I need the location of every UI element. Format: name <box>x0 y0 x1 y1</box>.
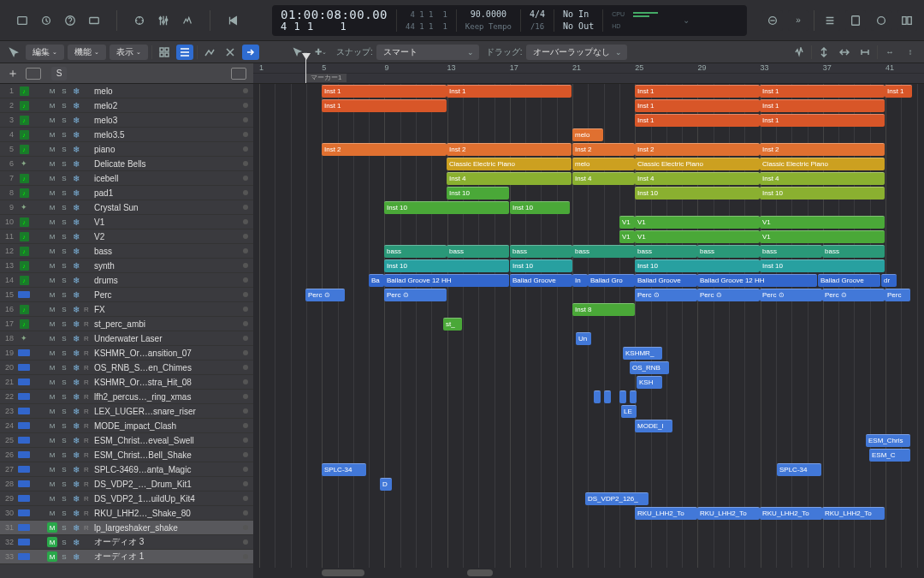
duplicate-track-icon[interactable] <box>26 68 41 80</box>
record-enable[interactable]: R <box>82 320 91 328</box>
solo-button[interactable]: S <box>59 231 69 241</box>
mute-button[interactable]: M <box>47 188 57 198</box>
solo-button[interactable]: S <box>59 188 69 198</box>
track-name[interactable]: DS_VDP2_1…uildUp_Kit4 <box>91 494 243 504</box>
freeze-icon[interactable]: ❄ <box>73 349 80 358</box>
region[interactable]: MODE_I <box>635 420 672 432</box>
region[interactable]: Classic Electric Piano <box>635 158 760 170</box>
track-row[interactable]: 15 M S ❄ Perc <box>0 288 253 302</box>
solo-button[interactable]: S <box>59 100 69 110</box>
mute-button[interactable]: M <box>47 289 57 300</box>
track-name[interactable]: lp_largeshaker_shake <box>91 523 243 533</box>
region[interactable]: Inst 10 <box>384 259 509 272</box>
region[interactable]: bass <box>384 245 447 258</box>
track-row[interactable]: 11 ♪ M S ❄ V2 <box>0 229 253 244</box>
region[interactable]: KSH <box>637 376 662 389</box>
mute-button[interactable]: M <box>47 231 57 241</box>
region[interactable]: Un <box>576 332 591 345</box>
region[interactable]: Inst 1 <box>885 85 912 98</box>
solo-button[interactable]: S <box>59 115 69 125</box>
horizontal-scrollbar[interactable] <box>253 568 924 578</box>
track-row[interactable]: 24 M S ❄ R MODE_impact_Clash <box>0 419 253 433</box>
solo-button[interactable]: S <box>59 348 69 358</box>
freeze-icon[interactable]: ❄ <box>73 552 80 562</box>
region[interactable]: Perc ⊙ <box>760 289 822 301</box>
solo-button[interactable]: S <box>59 86 69 96</box>
region[interactable]: Inst 10 <box>760 187 885 200</box>
solo-button[interactable]: S <box>59 173 69 183</box>
mute-button[interactable]: M <box>47 479 57 489</box>
track-name[interactable]: ESM_Christ…Bell_Shake <box>91 450 243 460</box>
track-row[interactable]: 12 ♪ M S ❄ bass <box>0 244 253 259</box>
track-row[interactable]: 21 M S ❄ R KSHMR_Or…stra_Hit_08 <box>0 375 253 390</box>
track-row[interactable]: 26 M S ❄ R ESM_Christ…Bell_Shake <box>0 448 253 462</box>
inspector-icon[interactable] <box>36 10 56 31</box>
solo-button[interactable]: S <box>59 260 69 271</box>
mute-button[interactable]: M <box>47 115 57 125</box>
solo-button[interactable]: S <box>59 158 69 169</box>
track-row[interactable]: 30 M S ❄ R RKU_LHH2…_Shake_80 <box>0 506 253 521</box>
region[interactable]: Inst 1 <box>635 99 760 112</box>
region[interactable]: SPLC-34 <box>322 463 366 476</box>
record-enable[interactable]: R <box>82 306 91 313</box>
notes-icon[interactable] <box>845 10 866 31</box>
region[interactable]: Classic Electric Piano <box>447 158 572 170</box>
freeze-icon[interactable]: ❄ <box>73 421 80 431</box>
track-name[interactable]: KSHMR_Or…stra_Hit_08 <box>91 378 243 387</box>
freeze-icon[interactable]: ❄ <box>73 407 80 416</box>
lcd-in[interactable]: No In <box>563 9 594 21</box>
track-row[interactable]: 19 M S ❄ R KSHMR_Or…ansition_07 <box>0 346 253 361</box>
region[interactable]: Ballad Gro <box>588 274 635 287</box>
vertical-zoom-icon[interactable] <box>815 45 832 60</box>
track-row[interactable]: 13 ♪ M S ❄ synth <box>0 259 253 273</box>
track-name[interactable]: MODE_impact_Clash <box>91 421 243 431</box>
region[interactable]: ESM_Chris <box>866 434 910 447</box>
freeze-icon[interactable]: ❄ <box>73 86 80 96</box>
solo-button[interactable]: S <box>59 522 69 533</box>
lcd-tempo[interactable]: 90.0000 <box>465 9 512 21</box>
help-icon[interactable] <box>60 10 80 31</box>
add-track-button[interactable]: ＋ <box>7 66 19 81</box>
region[interactable] <box>604 390 611 403</box>
region[interactable]: Inst 1 <box>447 85 572 98</box>
region[interactable]: SPLC-34 <box>777 463 821 476</box>
track-row[interactable]: 2 ♪ M S ❄ melo2 <box>0 98 253 113</box>
region[interactable]: st_ <box>443 318 462 331</box>
freeze-icon[interactable]: ❄ <box>73 188 80 198</box>
zoom-out-h-icon[interactable]: ↔ <box>881 45 898 60</box>
region[interactable]: Inst 1 <box>760 114 885 127</box>
region[interactable]: RKU_LHH2_To <box>635 507 697 520</box>
mute-button[interactable]: M <box>47 217 57 227</box>
region[interactable]: melo <box>572 158 635 170</box>
region[interactable]: Inst 1 <box>322 85 447 98</box>
mute-button[interactable]: M <box>47 86 57 96</box>
region[interactable]: RKU_LHH2_To <box>760 507 822 520</box>
region[interactable]: KSHMR_ <box>623 347 662 360</box>
freeze-icon[interactable]: ❄ <box>73 247 80 256</box>
region[interactable]: Inst 1 <box>635 85 760 98</box>
track-name[interactable]: lfh2_percus…_ring_xmas <box>91 392 243 402</box>
more-icon[interactable]: » <box>788 10 808 31</box>
mute-button[interactable]: M <box>47 202 57 212</box>
mute-button[interactable]: M <box>47 435 57 445</box>
region[interactable]: Ballad Groove <box>635 274 697 287</box>
mute-button[interactable]: M <box>47 464 57 474</box>
track-name[interactable]: RKU_LHH2…_Shake_80 <box>91 509 243 518</box>
region[interactable] <box>630 390 637 403</box>
region[interactable]: Inst 4 <box>635 172 760 185</box>
zoom-h-icon[interactable] <box>856 45 874 60</box>
freeze-icon[interactable]: ❄ <box>73 276 80 285</box>
mute-button[interactable]: M <box>47 260 57 271</box>
pointer-tool-icon[interactable] <box>5 45 22 60</box>
track-row[interactable]: 4 ♪ M S ❄ melo3.5 <box>0 128 253 142</box>
freeze-icon[interactable]: ❄ <box>73 145 80 154</box>
track-name[interactable]: KSHMR_Or…ansition_07 <box>91 349 243 358</box>
track-name[interactable]: melo <box>91 86 243 96</box>
mute-button[interactable]: M <box>47 333 57 343</box>
mute-button[interactable]: M <box>47 450 57 460</box>
pencil-icon[interactable]: ✚⌄ <box>312 45 329 60</box>
lcd-timecode[interactable]: 01:00:08:00.00 <box>281 9 388 21</box>
track-row[interactable]: 6 ✦ M S ❄ Delicate Bells <box>0 157 253 171</box>
track-row[interactable]: 9 ✦ M S ❄ Crystal Sun <box>0 200 253 215</box>
region[interactable]: D <box>380 478 392 491</box>
